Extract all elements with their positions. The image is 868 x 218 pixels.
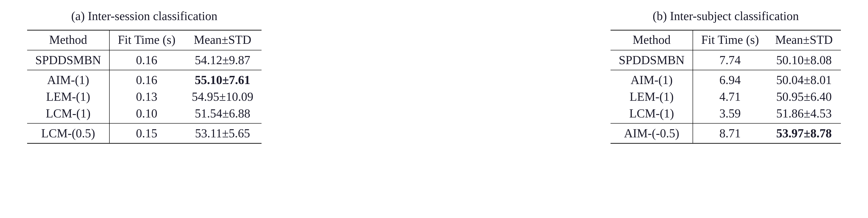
col-header-mean: Mean±STD: [184, 30, 261, 51]
table-row: LEM-(1) 0.13 54.95±10.09: [27, 88, 261, 105]
col-header-fit: Fit Time (s): [110, 30, 184, 51]
col-header-method: Method: [611, 30, 693, 51]
col-header-method: Method: [27, 30, 110, 51]
table-row: LEM-(1) 4.71 50.95±6.40: [611, 88, 841, 105]
cell-method: SPDDSMBN: [611, 50, 693, 70]
cell-mean: 50.95±6.40: [767, 88, 841, 105]
table-header-row: Method Fit Time (s) Mean±STD: [27, 30, 261, 51]
table-row: LCM-(1) 0.10 51.54±6.88: [27, 105, 261, 123]
cell-method: SPDDSMBN: [27, 50, 110, 70]
cell-fit: 0.16: [110, 50, 184, 70]
cell-mean: 50.04±8.01: [767, 70, 841, 88]
cell-method: AIM-(-0.5): [611, 123, 693, 144]
table-row: AIM-(1) 0.16 55.10±7.61: [27, 70, 261, 88]
cell-fit: 4.71: [693, 88, 767, 105]
table-b-block: (b) Inter-subject classification Method …: [611, 9, 841, 144]
table-a-caption: (a) Inter-session classification: [71, 9, 217, 23]
cell-mean: 54.95±10.09: [184, 88, 261, 105]
cell-fit: 0.10: [110, 105, 184, 123]
table-a: Method Fit Time (s) Mean±STD SPDDSMBN 0.…: [27, 30, 261, 144]
cell-mean: 51.86±4.53: [767, 105, 841, 123]
cell-method: AIM-(1): [27, 70, 110, 88]
cell-mean: 54.12±9.87: [184, 50, 261, 70]
table-row: AIM-(1) 6.94 50.04±8.01: [611, 70, 841, 88]
table-row: LCM-(0.5) 0.15 53.11±5.65: [27, 123, 261, 144]
cell-mean: 53.11±5.65: [184, 123, 261, 144]
cell-method: LCM-(0.5): [27, 123, 110, 144]
table-row: LCM-(1) 3.59 51.86±4.53: [611, 105, 841, 123]
cell-fit: 7.74: [693, 50, 767, 70]
cell-method: LCM-(1): [611, 105, 693, 123]
table-b-caption: (b) Inter-subject classification: [653, 9, 799, 23]
cell-fit: 0.15: [110, 123, 184, 144]
table-b: Method Fit Time (s) Mean±STD SPDDSMBN 7.…: [611, 30, 841, 144]
table-row: SPDDSMBN 0.16 54.12±9.87: [27, 50, 261, 70]
cell-method: AIM-(1): [611, 70, 693, 88]
cell-fit: 0.13: [110, 88, 184, 105]
cell-method: LEM-(1): [611, 88, 693, 105]
cell-mean: 55.10±7.61: [184, 70, 261, 88]
cell-fit: 6.94: [693, 70, 767, 88]
col-header-mean: Mean±STD: [767, 30, 841, 51]
cell-method: LCM-(1): [27, 105, 110, 123]
cell-method: LEM-(1): [27, 88, 110, 105]
table-a-block: (a) Inter-session classification Method …: [27, 9, 261, 144]
cell-mean: 50.10±8.08: [767, 50, 841, 70]
cell-mean: 51.54±6.88: [184, 105, 261, 123]
table-row: SPDDSMBN 7.74 50.10±8.08: [611, 50, 841, 70]
cell-fit: 0.16: [110, 70, 184, 88]
cell-mean: 53.97±8.78: [767, 123, 841, 144]
cell-fit: 3.59: [693, 105, 767, 123]
table-header-row: Method Fit Time (s) Mean±STD: [611, 30, 841, 51]
table-row: AIM-(-0.5) 8.71 53.97±8.78: [611, 123, 841, 144]
col-header-fit: Fit Time (s): [693, 30, 767, 51]
page-container: (a) Inter-session classification Method …: [0, 0, 868, 157]
cell-fit: 8.71: [693, 123, 767, 144]
